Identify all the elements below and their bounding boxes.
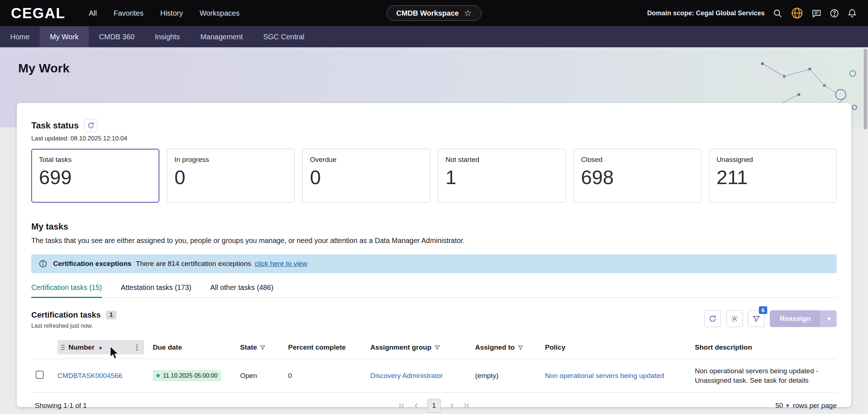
current-page-indicator[interactable]: 1 [427,399,441,413]
stat-card-in-progress[interactable]: In progress 0 [167,149,295,203]
state-value: Open [236,359,284,393]
domain-scope-label: Domain scope: Cegal Global Services [647,9,765,17]
column-header-due-date[interactable]: Due date [148,336,236,359]
info-icon [39,259,47,268]
page-size-value: 50 [775,402,783,410]
reassign-caret-button[interactable]: ▾ [821,310,837,327]
reassign-button[interactable]: Reassign [770,310,821,327]
stat-card-unassigned[interactable]: Unassigned 211 [709,149,837,203]
assigned-to-value: (empty) [471,359,541,393]
workspace-nav: Home My Work CMDB 360 Insights Managemen… [0,26,868,47]
top-nav-all[interactable]: All [89,9,97,17]
task-status-refresh-button[interactable] [84,119,97,132]
banner-bold-text: Certification exceptions [53,260,131,268]
stat-card-closed[interactable]: Closed 698 [573,149,701,203]
filter-icon[interactable] [434,345,440,350]
workspace-pill-label: CMDB Workspace [396,9,459,17]
filter-icon[interactable] [518,345,523,350]
page-title: My Work [18,61,69,75]
top-nav: All Favorites History Workspaces [89,9,239,17]
reassign-split-button: Reassign ▾ [770,310,837,327]
percent-complete-value: 0 [284,359,366,393]
nav-item-sgc-central[interactable]: SGC Central [253,26,314,47]
page-size-select[interactable]: 50 ▾ [775,402,789,410]
chevron-down-icon: ▾ [786,402,789,410]
due-date-value: 11.10.2025 05:00:00 [163,372,218,379]
globe-scope-icon[interactable] [791,7,804,20]
help-icon[interactable] [829,8,839,18]
nav-item-insights[interactable]: Insights [145,26,190,47]
tab-all-other-tasks[interactable]: All other tasks (486) [210,283,273,298]
banner-view-link[interactable]: click here to view [255,260,307,268]
kebab-menu-icon[interactable]: ⋮ [134,343,140,351]
grid-settings-button[interactable] [726,310,743,327]
stat-value: 1 [446,167,558,187]
stat-label: Overdue [310,156,423,164]
column-label: State [240,343,257,351]
top-nav-workspaces[interactable]: Workspaces [200,9,240,17]
stat-card-overdue[interactable]: Overdue 0 [302,149,430,203]
table-row: CMDBTASK0004566 11.10.2025 05:00:00 Open… [31,359,837,393]
column-label: Number [68,343,95,351]
grid-refresh-button[interactable] [704,310,721,327]
workspace-pill[interactable]: CMDB Workspace ☆ [386,5,481,21]
top-nav-favorites[interactable]: Favorites [114,9,143,17]
previous-page-icon[interactable] [413,402,421,410]
tab-attestation-tasks[interactable]: Attestation tasks (173) [121,283,191,298]
stat-value: 699 [39,167,152,187]
assignment-group-link[interactable]: Discovery Administrator [370,372,443,379]
tab-certification-tasks[interactable]: Certification tasks (15) [31,283,102,298]
column-label: Percent complete [288,343,346,351]
nav-item-home[interactable]: Home [0,26,40,47]
column-header-policy[interactable]: Policy [541,336,690,359]
column-header-state[interactable]: State [236,336,284,359]
nav-item-cmdb-360[interactable]: CMDB 360 [89,26,145,47]
first-page-icon[interactable] [398,402,406,410]
task-number-link[interactable]: CMDBTASK0004566 [57,372,122,379]
last-page-icon[interactable] [462,402,470,410]
filter-icon[interactable] [260,345,266,350]
nav-item-management[interactable]: Management [190,26,253,47]
sort-asc-icon[interactable]: ▲ [98,345,103,350]
scrollbar-thumb[interactable] [864,49,867,130]
table-header-row: Number ▲ ⋮ Due date State Percent comple… [31,336,837,359]
top-right-cluster: Domain scope: Cegal Global Services [647,7,857,20]
stat-card-total-tasks[interactable]: Total tasks 699 [31,149,159,203]
cegal-logo: CEGAL [11,5,65,21]
rows-per-page-label: rows per page [793,402,837,410]
chevron-down-icon: ▾ [827,314,831,323]
short-description-value: Non operational servers being updated - … [690,359,837,393]
table-footer: Showing 1-1 of 1 1 50 ▾ rows per page [31,398,837,414]
search-icon[interactable] [773,8,783,18]
stat-card-not-started[interactable]: Not started 1 [438,149,566,203]
drag-handle-icon[interactable] [61,345,65,350]
stat-label: Unassigned [717,156,829,164]
stat-label: Not started [446,156,558,164]
column-header-percent-complete[interactable]: Percent complete [284,336,366,359]
column-header-short-description[interactable]: Short description [690,336,837,359]
chat-icon[interactable] [812,8,821,18]
column-header-assignment-group[interactable]: Assignment group [366,336,471,359]
grid-filter-button[interactable]: 6 [748,310,765,327]
vertical-scrollbar[interactable] [863,47,868,414]
notifications-bell-icon[interactable] [847,8,857,18]
policy-link[interactable]: Non operational servers being updated [545,372,664,379]
column-label: Assigned to [475,343,515,351]
certification-tasks-title: Certification tasks [31,310,101,320]
my-tasks-description: The tasks that you see are either assign… [31,236,837,245]
last-refreshed-label: Last refreshed just now. [31,323,116,329]
stat-value: 0 [175,167,287,187]
column-label: Assignment group [370,343,431,351]
top-header: CEGAL All Favorites History Workspaces C… [0,0,868,26]
column-header-assigned-to[interactable]: Assigned to [471,336,541,359]
banner-text: There are 814 certification exceptions [136,260,251,268]
next-page-icon[interactable] [447,402,455,410]
certification-tasks-count-badge: 1 [106,311,116,319]
row-checkbox[interactable] [36,371,44,379]
task-status-last-updated: Last updated: 08.10.2025 12:10:04 [31,135,837,142]
top-nav-history[interactable]: History [160,9,183,17]
task-status-cards: Total tasks 699 In progress 0 Overdue 0 … [31,149,837,203]
star-icon[interactable]: ☆ [464,8,472,18]
column-header-number[interactable]: Number ▲ ⋮ [53,336,148,359]
nav-item-my-work[interactable]: My Work [40,26,89,47]
